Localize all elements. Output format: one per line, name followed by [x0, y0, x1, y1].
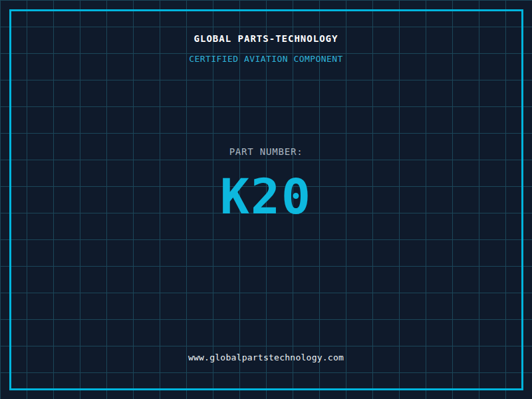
- certification-subtitle: CERTIFIED AVIATION COMPONENT: [0, 54, 532, 64]
- part-number-label: PART NUMBER:: [0, 146, 532, 157]
- part-number-value: K20: [0, 172, 532, 221]
- blueprint-page: GLOBAL PARTS-TECHNOLOGY CERTIFIED AVIATI…: [0, 0, 532, 399]
- company-title: GLOBAL PARTS-TECHNOLOGY: [0, 33, 532, 44]
- website-url: www.globalpartstechnology.com: [0, 352, 532, 362]
